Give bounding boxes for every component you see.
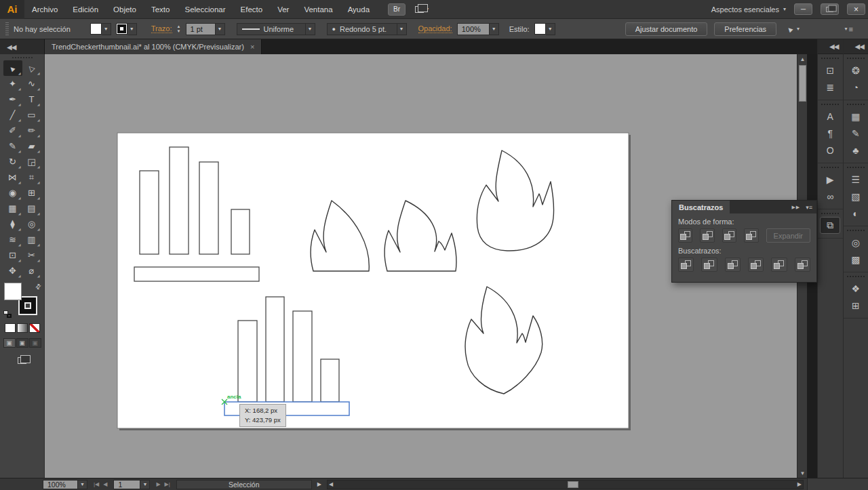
artboard-number-field[interactable]: 1 — [113, 480, 140, 489]
horizontal-scroll-thumb[interactable] — [568, 481, 578, 488]
previous-artboard-icon[interactable]: ◀ — [103, 481, 107, 487]
stroke-weight-stepper[interactable]: ▲▼ — [177, 24, 181, 33]
draw-behind-button[interactable]: ▣ — [16, 338, 28, 348]
tool-perspective-grid[interactable]: ⊞◢ — [22, 185, 41, 201]
chart1-bar2[interactable] — [170, 147, 189, 254]
chart1-base-bar[interactable] — [134, 267, 259, 281]
select-similar-button[interactable]: ◄ ▾ — [787, 25, 800, 33]
stroke-color-dropdown[interactable] — [116, 23, 127, 35]
dock-collapse-button[interactable]: ◀◀ — [844, 39, 868, 54]
vertical-scroll-thumb[interactable] — [799, 65, 806, 102]
tool-eraser[interactable]: ▰◢ — [22, 138, 41, 154]
color-guide-panel-button[interactable]: ◔ — [846, 79, 866, 96]
scroll-up-icon[interactable]: ▲ — [797, 54, 808, 64]
panel-grip[interactable] — [847, 167, 865, 168]
style-dropdown-icon[interactable]: ▼ — [546, 23, 555, 35]
panel-grip[interactable] — [847, 230, 865, 231]
tool-gradient[interactable]: ▤◢ — [22, 201, 41, 216]
zoom-level-field[interactable]: 100% — [43, 480, 78, 489]
first-artboard-icon[interactable]: |◀ — [94, 481, 99, 487]
chart1-bar4[interactable] — [231, 209, 250, 254]
stroke-dropdown-arrow-icon[interactable]: ▼ — [127, 23, 137, 35]
opacity-value[interactable]: 100% — [457, 23, 490, 35]
pathfinder-outline-button[interactable] — [771, 258, 787, 272]
transform-panel-button[interactable]: ⊡ — [820, 62, 840, 79]
horizontal-scrollbar[interactable]: ◀ ▶ — [327, 480, 804, 489]
gradient-panel-button[interactable]: ▧ — [846, 188, 866, 205]
bridge-button[interactable]: Br — [388, 3, 406, 16]
brushes-panel-button[interactable]: ✎ — [846, 125, 866, 142]
none-button[interactable] — [29, 323, 40, 333]
draw-normal-button[interactable]: ▣ — [3, 338, 16, 348]
links-panel-button[interactable]: ∞ — [820, 188, 840, 205]
panel-grip[interactable] — [821, 213, 839, 214]
chart2-bar2[interactable] — [266, 297, 284, 402]
control-panel-menu[interactable]: ▾ ≡ — [845, 25, 863, 33]
artboards-panel-button[interactable]: ⊞ — [846, 297, 866, 314]
panel-grip[interactable] — [847, 104, 865, 105]
preferences-button[interactable]: Preferencias — [714, 22, 776, 36]
symbols-panel-button[interactable]: ♣ — [846, 142, 866, 159]
tool-selection[interactable]: ◄◢ — [3, 60, 22, 76]
toolbar-collapse-button[interactable]: ◀◀ — [0, 39, 45, 54]
transparency-panel-button[interactable]: ◐ — [846, 205, 866, 222]
artboard-dropdown-icon[interactable]: ▼ — [140, 480, 150, 489]
arrange-documents-button[interactable]: ▾ — [415, 6, 429, 13]
style-swatch[interactable] — [534, 23, 546, 35]
graphic-styles-panel-button[interactable]: ▩ — [846, 251, 866, 268]
panel-grip[interactable] — [821, 58, 839, 59]
panel-grip[interactable] — [821, 104, 839, 105]
dock-collapse-button[interactable]: ◀◀ — [818, 39, 843, 54]
swatches-panel-button[interactable]: ▦ — [846, 108, 866, 125]
fill-color-swatch[interactable] — [4, 283, 22, 300]
pathfinder-panel-tab[interactable]: Buscatrazos — [672, 201, 730, 213]
tool-paintbrush[interactable]: ✐◢ — [3, 123, 22, 138]
shape-mode-intersect-button[interactable] — [722, 228, 736, 243]
tool-blend[interactable]: ◎◢ — [22, 216, 41, 232]
tool-mesh[interactable]: ▦◢ — [3, 201, 22, 216]
stroke-profile-select[interactable]: Uniforme — [237, 23, 306, 35]
panel-grip[interactable] — [12, 57, 33, 58]
panel-grip[interactable] — [847, 58, 865, 59]
menu-ayuda[interactable]: Ayuda — [340, 0, 377, 19]
color-panel-button[interactable]: ❂ — [846, 62, 866, 79]
screen-mode-button[interactable] — [18, 357, 26, 365]
actions-panel-button[interactable]: ▶ — [820, 171, 840, 188]
tool-pencil[interactable]: ✏◢ — [22, 123, 41, 138]
expand-button[interactable]: Expandir — [766, 228, 810, 243]
restore-button[interactable] — [821, 3, 839, 15]
menu-efecto[interactable]: Efecto — [233, 0, 271, 19]
chart2-bar3[interactable] — [293, 311, 312, 402]
panel-grip[interactable] — [847, 276, 865, 277]
status-options-icon[interactable]: ▶ — [315, 481, 323, 487]
menu-edicion[interactable]: Edición — [65, 0, 106, 19]
tool-zoom[interactable]: ⌀◢ — [22, 263, 41, 279]
opentype-panel-button[interactable]: O — [820, 142, 840, 159]
menu-seleccionar[interactable]: Seleccionar — [177, 0, 233, 19]
next-artboard-icon[interactable]: ▶ — [156, 481, 160, 487]
shape-mode-exclude-button[interactable] — [744, 228, 758, 243]
chart2-bar4[interactable] — [321, 359, 339, 402]
tool-scale[interactable]: ◲◢ — [22, 154, 41, 169]
status-indicator[interactable]: Selección — [176, 480, 312, 489]
tool-line-segment[interactable]: ╱◢ — [3, 107, 22, 123]
draw-inside-button[interactable]: ▣ — [29, 338, 41, 348]
tool-rotate[interactable]: ↻◢ — [3, 154, 22, 169]
chart1-bar1[interactable] — [140, 171, 159, 254]
scroll-right-icon[interactable]: ▶ — [797, 481, 802, 487]
tool-column-graph[interactable]: ▥◢ — [22, 232, 41, 247]
scroll-left-icon[interactable]: ◀ — [329, 481, 333, 487]
menu-ver[interactable]: Ver — [270, 0, 296, 19]
tool-magic-wand[interactable]: ✦◢ — [3, 76, 22, 91]
next-last-artboard[interactable]: ▶▶| — [153, 481, 172, 487]
pathfinder-merge-button[interactable] — [725, 258, 741, 272]
shape-mode-unite-button[interactable] — [678, 228, 692, 243]
default-fill-stroke-icon[interactable] — [3, 310, 12, 318]
appearance-panel-button[interactable]: ◎ — [846, 234, 866, 251]
gradient-button[interactable] — [17, 323, 28, 333]
tool-shape-builder[interactable]: ◉◢ — [3, 185, 22, 201]
document-tab[interactable]: TrendCheckerthumbnail.ai* al 100% (CMYK/… — [45, 39, 262, 54]
pathfinder-minus-back-button[interactable] — [795, 258, 810, 272]
panel-menu-icon[interactable]: ▾≡ — [806, 204, 812, 211]
stroke-weight-dropdown-icon[interactable]: ▼ — [216, 23, 225, 35]
